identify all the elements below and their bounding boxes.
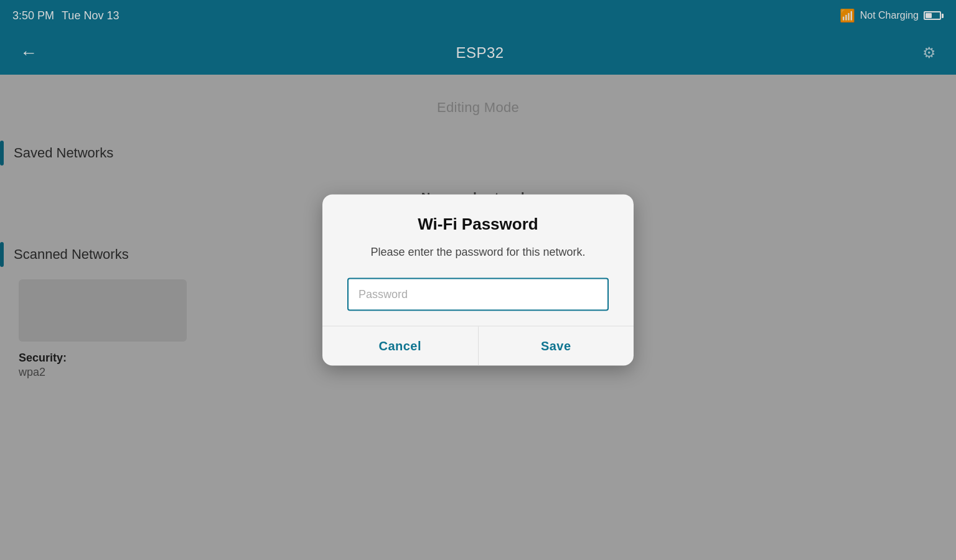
save-button[interactable]: Save [479, 327, 634, 366]
dialog-actions: Cancel Save [322, 326, 634, 366]
password-input[interactable] [347, 278, 609, 311]
dialog-content: Wi-Fi Password Please enter the password… [322, 195, 634, 326]
dialog-message: Please enter the password for this netwo… [347, 244, 609, 261]
wifi-password-dialog: Wi-Fi Password Please enter the password… [322, 195, 634, 366]
dialog-title: Wi-Fi Password [347, 215, 609, 234]
cancel-button[interactable]: Cancel [322, 327, 479, 366]
